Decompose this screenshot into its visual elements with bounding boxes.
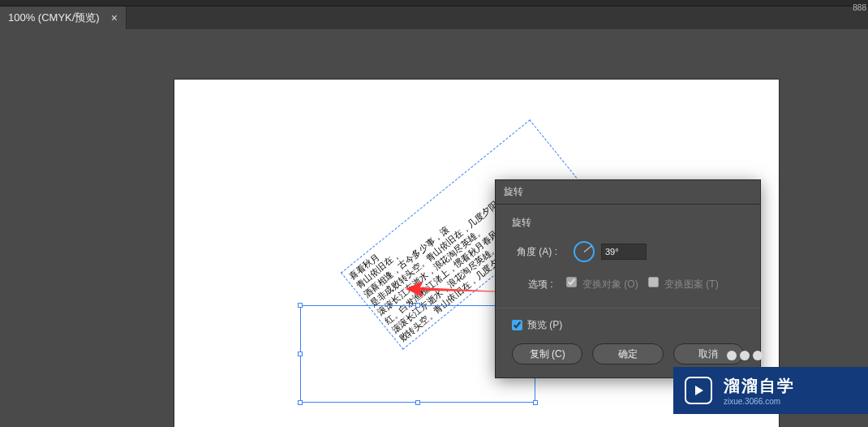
resize-handle-w[interactable] bbox=[298, 352, 303, 356]
angle-label: 角度 (A) : bbox=[517, 245, 567, 259]
options-row: 选项 : 变换对象 (O) 变换图案 (T) bbox=[512, 277, 744, 291]
transform-patterns-check[interactable] bbox=[648, 277, 659, 287]
pager-dots-icon bbox=[727, 351, 763, 360]
tab-title: 100% (CMYK/预览) bbox=[8, 11, 100, 25]
options-label: 选项 : bbox=[528, 278, 553, 291]
resize-handle-nw[interactable] bbox=[298, 303, 303, 308]
rotate-dialog: 旋转 旋转 角度 (A) : 选项 : 变换对象 (O) 变换图案 (T) bbox=[496, 180, 760, 377]
watermark-url: zixue.3066.com bbox=[724, 397, 795, 406]
canvas-workspace[interactable]: 喜看秋月 青山依旧在， 酒喜相逢，古今多少事，滚 是非成败转头空。青山依旧在，几… bbox=[0, 29, 868, 427]
divider bbox=[496, 308, 760, 308]
preview-checkbox[interactable] bbox=[512, 320, 522, 330]
ok-button[interactable]: 确定 bbox=[592, 343, 663, 364]
preview-row: 预览 (P) bbox=[512, 318, 744, 332]
dialog-title-bar[interactable]: 旋转 bbox=[496, 180, 760, 205]
dialog-button-row: 复制 (C) 确定 取消 bbox=[512, 343, 744, 364]
resize-handle-s[interactable] bbox=[415, 400, 420, 405]
watermark: 溜溜自学 zixue.3066.com bbox=[673, 367, 868, 414]
toolbar-numeric: 888 bbox=[853, 3, 866, 12]
close-icon[interactable]: × bbox=[111, 11, 118, 24]
copy-button[interactable]: 复制 (C) bbox=[512, 343, 582, 364]
watermark-brand: 溜溜自学 bbox=[724, 375, 795, 397]
transform-objects-checkbox[interactable]: 变换对象 (O) bbox=[566, 277, 638, 291]
section-label: 旋转 bbox=[512, 216, 744, 230]
angle-input[interactable] bbox=[601, 244, 647, 260]
document-tab[interactable]: 100% (CMYK/预览) × bbox=[0, 6, 127, 29]
resize-handle-se[interactable] bbox=[533, 400, 538, 405]
resize-handle-sw[interactable] bbox=[298, 400, 303, 405]
play-icon bbox=[685, 377, 712, 404]
angle-row: 角度 (A) : bbox=[512, 241, 744, 262]
document-tab-bar: 100% (CMYK/预览) × bbox=[0, 6, 868, 29]
resize-handle-n[interactable] bbox=[415, 303, 420, 308]
transform-objects-check[interactable] bbox=[566, 277, 577, 287]
dialog-body: 旋转 角度 (A) : 选项 : 变换对象 (O) 变换图案 (T) bbox=[496, 205, 760, 377]
transform-patterns-checkbox[interactable]: 变换图案 (T) bbox=[648, 277, 719, 291]
preview-label: 预览 (P) bbox=[527, 318, 562, 332]
dialog-title: 旋转 bbox=[504, 185, 523, 199]
angle-dial-icon[interactable] bbox=[574, 241, 595, 262]
menu-bar bbox=[0, 0, 868, 6]
